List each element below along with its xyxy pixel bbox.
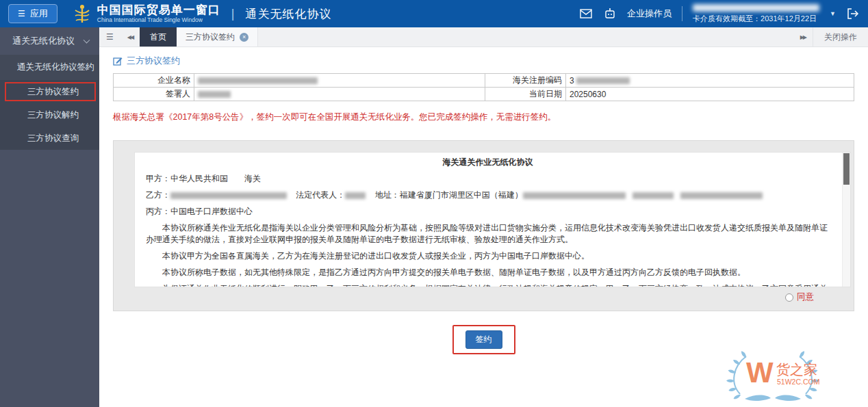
watermark-url: 51W2C.COM (777, 378, 819, 386)
page-title: 三方协议签约 (113, 55, 868, 67)
sidebar-item-tripartite-query[interactable]: 三方协议查询 (0, 127, 99, 150)
brand-subtitle: China International Trade Single Window (97, 17, 220, 23)
agreement-paragraph: 本协议甲方为全国各直属海关，乙方为在海关注册登记的进出口收发货人或报关企业，丙方… (146, 250, 830, 262)
table-row: 签署人 当前日期 20250630 (114, 88, 854, 101)
redacted-text (680, 192, 763, 199)
apps-menu-label: 应用 (30, 8, 48, 20)
agree-label: 同意 (797, 291, 814, 303)
redacted-text (576, 77, 630, 84)
app-window: ☰ 应用 中国国际贸易单一窗口 China International Trad… (0, 0, 868, 407)
sidebar-item-paperless-agreement[interactable]: 通关无纸化协议 (0, 27, 99, 55)
tab-menu-icon[interactable]: ☰ (99, 27, 120, 47)
sidebar-item-paperless-signing[interactable]: 通关无纸化协议签约 (0, 55, 99, 80)
sidebar-item-label: 通关无纸化协议签约 (17, 62, 94, 73)
party-b-line: 乙方： 法定代表人： 地址：福建省厦门市湖里区中国（福建） (146, 189, 830, 201)
hamburger-icon: ☰ (18, 9, 25, 18)
sidebar-item-label: 三方协议查询 (27, 133, 79, 144)
sign-button[interactable]: 签约 (465, 330, 502, 349)
sidebar-item-label: 三方协议签约 (27, 86, 79, 98)
header-page-title: 通关无纸化协议 (245, 6, 331, 22)
customs-code-prefix: 3 (570, 76, 574, 86)
document-scrollbar[interactable] (842, 153, 850, 287)
address-label: 地址：福建省厦门市湖里区中国（福建） (375, 190, 523, 200)
watermark-name: 货之家 (776, 362, 817, 377)
sidebar-item-label: 通关无纸化协议 (12, 35, 75, 47)
tab-bar: ☰ ◀◀ 首页 三方协议签约 × ▶▶ 关闭操作 (99, 27, 868, 47)
company-name-label: 企业名称 (114, 74, 194, 88)
header-right: 企业操作员 卡介质有效期截至：2031年12月22日 ▼ (579, 4, 860, 24)
header-divider: | (231, 7, 235, 21)
legal-rep-label: 法定代表人： (296, 190, 345, 200)
company-info-table: 企业名称 海关注册编码 3 签署人 当前日期 20250630 (113, 73, 854, 101)
signer-value (194, 88, 485, 101)
signer-label: 签署人 (114, 88, 194, 101)
close-operations-button[interactable]: 关闭操作 (813, 27, 868, 47)
agreement-document: 海关通关作业无纸化协议 甲方：中华人民共和国 海关 乙方： 法定代表人： 地址：… (134, 152, 851, 287)
redacted-text (633, 192, 674, 199)
customs-code-label: 海关注册编码 (485, 74, 566, 88)
edit-icon (113, 56, 123, 66)
sidebar-nav: 通关无纸化协议 通关无纸化协议签约 三方协议签约 三方协议解约 三方协议查询 (0, 27, 99, 407)
user-info-block: 卡介质有效期截至：2031年12月22日 (693, 4, 819, 24)
chevron-down-icon (84, 37, 90, 44)
header-separator (682, 6, 682, 21)
user-role-label: 企业操作员 (627, 8, 672, 20)
scroll-tabs-right-icon[interactable]: ▶▶ (793, 27, 813, 47)
redacted-text (345, 192, 366, 199)
page-title-label: 三方协议签约 (127, 55, 180, 67)
scrollbar-thumb[interactable] (843, 153, 850, 185)
agree-option: 同意 (785, 291, 814, 303)
sign-button-annotation: 签约 (452, 325, 515, 354)
top-header: ☰ 应用 中国国际贸易单一窗口 China International Trad… (0, 0, 868, 27)
party-b-label: 乙方： (146, 190, 170, 200)
brand-title: 中国国际贸易单一窗口 (97, 4, 220, 17)
company-name-value (194, 74, 485, 88)
redacted-text (170, 192, 287, 199)
agreement-paragraph: 本协议所称通关作业无纸化是指海关以企业分类管理和风险分析为基础，按照风险等级对进… (146, 222, 830, 246)
agree-radio[interactable] (785, 293, 793, 302)
apps-menu-button[interactable]: ☰ 应用 (8, 4, 58, 23)
watermark-w-letter: W (746, 356, 774, 389)
watermark-logo: W 货之家 51W2C.COM (711, 345, 835, 404)
agreement-title: 海关通关作业无纸化协议 (146, 157, 830, 168)
tab-home[interactable]: 首页 (140, 27, 177, 47)
agreement-paragraph-clipped: 为保证通关作业无纸化的顺利进行，明确甲、乙、丙三方的权利和义务，根据国家有关法律… (146, 283, 830, 287)
table-row: 企业名称 海关注册编码 3 (114, 74, 854, 88)
current-date-value: 20250630 (566, 88, 854, 101)
sidebar-item-tripartite-sign[interactable]: 三方协议签约 (0, 80, 99, 103)
mail-icon[interactable] (579, 7, 593, 21)
close-tab-icon[interactable]: × (240, 33, 248, 42)
user-dropdown-caret-icon[interactable]: ▼ (830, 10, 836, 17)
brand-block: 中国国际贸易单一窗口 China International Trade Sin… (97, 4, 220, 23)
agreement-panel: 海关通关作业无纸化协议 甲方：中华人民共和国 海关 乙方： 法定代表人： 地址：… (113, 140, 854, 311)
redacted-text (198, 77, 318, 84)
party-c-line: 丙方：中国电子口岸数据中心 (146, 206, 830, 218)
card-validity-label: 卡介质有效期截至：2031年12月22日 (693, 14, 819, 24)
tab-label: 三方协议签约 (186, 31, 235, 43)
sidebar-item-label: 三方协议解约 (27, 109, 79, 121)
current-date-label: 当前日期 (485, 88, 566, 101)
customs-emblem-icon (73, 3, 92, 24)
tab-spacer (258, 27, 793, 47)
agreement-paragraph: 本协议所称电子数据，如无其他特殊限定，是指乙方通过丙方向甲方提交的报关单电子数据… (146, 267, 830, 278)
redacted-text (523, 192, 626, 199)
party-a-line: 甲方：中华人民共和国 海关 (146, 173, 830, 185)
logout-icon[interactable] (846, 7, 860, 21)
assistant-robot-icon[interactable] (603, 7, 617, 21)
scroll-tabs-left-icon[interactable]: ◀◀ (120, 27, 140, 47)
signing-notice-text: 根据海关总署《2017年第8号公告》，签约一次即可在全国开展通关无纸化业务。您已… (113, 111, 854, 123)
customs-code-value: 3 (566, 74, 854, 88)
sidebar-item-tripartite-terminate[interactable]: 三方协议解约 (0, 103, 99, 127)
redacted-company-name (693, 4, 819, 12)
tab-tripartite-sign[interactable]: 三方协议签约 × (177, 27, 258, 47)
redacted-text (198, 91, 231, 98)
